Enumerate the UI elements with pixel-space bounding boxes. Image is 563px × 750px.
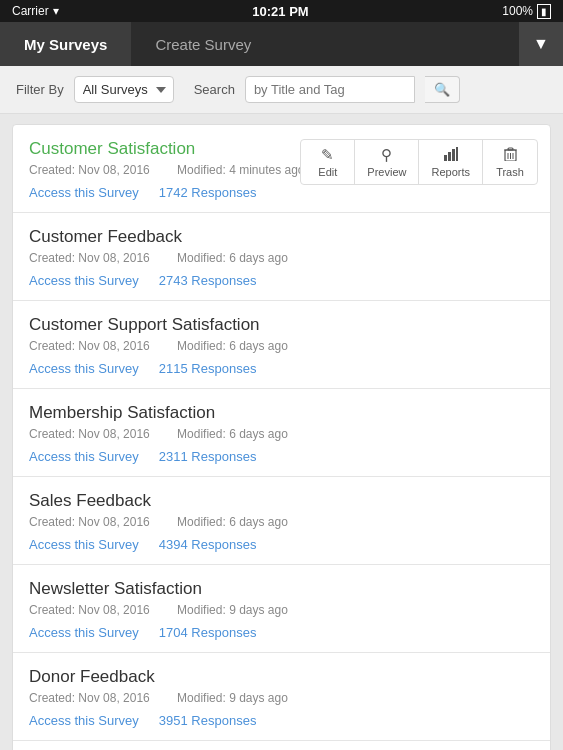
created-label: Created: Nov 08, 2016 — [29, 163, 162, 177]
modified-label: Modified: 9 days ago — [177, 603, 300, 617]
search-icon: 🔍 — [434, 82, 450, 97]
access-survey-link[interactable]: Access this Survey — [29, 713, 139, 728]
list-item: Customer Satisfaction Created: Nov 08, 2… — [13, 125, 550, 213]
survey-meta: Created: Nov 08, 2016 Modified: 6 days a… — [29, 339, 534, 353]
survey-meta: Created: Nov 08, 2016 Modified: 9 days a… — [29, 691, 534, 705]
tab-create-survey[interactable]: Create Survey — [131, 22, 275, 66]
search-label: Search — [194, 82, 235, 97]
survey-title[interactable]: Membership Satisfaction — [29, 403, 534, 423]
battery-icon: ▮ — [537, 4, 551, 19]
modified-label: Modified: 6 days ago — [177, 515, 300, 529]
responses-link[interactable]: 2311 Responses — [159, 449, 257, 464]
created-label: Created: Nov 08, 2016 — [29, 251, 162, 265]
survey-links-row: Access this Survey 1742 Responses — [29, 185, 534, 200]
survey-links-row: Access this Survey 2311 Responses — [29, 449, 534, 464]
tab-my-surveys[interactable]: My Surveys — [0, 22, 131, 66]
preview-button[interactable]: ⚲ Preview — [355, 140, 419, 184]
preview-icon: ⚲ — [381, 146, 392, 164]
survey-title[interactable]: Sales Feedback — [29, 491, 534, 511]
responses-link[interactable]: 2743 Responses — [159, 273, 257, 288]
status-bar: Carrier ▾ 10:21 PM 100% ▮ — [0, 0, 563, 22]
list-item: Customer Voice — [13, 741, 550, 750]
created-label: Created: Nov 08, 2016 — [29, 603, 162, 617]
edit-button[interactable]: ✎ Edit — [301, 140, 355, 184]
trash-label: Trash — [496, 166, 524, 178]
responses-link[interactable]: 4394 Responses — [159, 537, 257, 552]
list-item: Customer Support Satisfaction Created: N… — [13, 301, 550, 389]
survey-title[interactable]: Donor Feedback — [29, 667, 534, 687]
modified-label: Modified: 9 days ago — [177, 691, 300, 705]
list-item: Customer Feedback Created: Nov 08, 2016 … — [13, 213, 550, 301]
responses-link[interactable]: 1704 Responses — [159, 625, 257, 640]
svg-rect-0 — [444, 155, 447, 161]
reports-button[interactable]: Reports — [419, 140, 483, 184]
status-time: 10:21 PM — [252, 4, 308, 19]
modified-label: Modified: 6 days ago — [177, 251, 300, 265]
created-label: Created: Nov 08, 2016 — [29, 691, 162, 705]
survey-meta: Created: Nov 08, 2016 Modified: 9 days a… — [29, 603, 534, 617]
survey-title[interactable]: Newsletter Satisfaction — [29, 579, 534, 599]
created-label: Created: Nov 08, 2016 — [29, 339, 162, 353]
survey-list: Customer Satisfaction Created: Nov 08, 2… — [12, 124, 551, 750]
responses-link[interactable]: 3951 Responses — [159, 713, 257, 728]
status-right: 100% ▮ — [502, 4, 551, 19]
svg-rect-2 — [452, 149, 455, 161]
modified-label: Modified: 6 days ago — [177, 339, 300, 353]
survey-title[interactable]: Customer Support Satisfaction — [29, 315, 534, 335]
battery-label: 100% — [502, 4, 533, 18]
access-survey-link[interactable]: Access this Survey — [29, 361, 139, 376]
action-buttons-panel: ✎ Edit ⚲ Preview Reports — [300, 139, 538, 185]
access-survey-link[interactable]: Access this Survey — [29, 537, 139, 552]
reports-label: Reports — [431, 166, 470, 178]
edit-label: Edit — [318, 166, 337, 178]
access-survey-link[interactable]: Access this Survey — [29, 449, 139, 464]
modified-label: Modified: 4 minutes ago — [177, 163, 316, 177]
access-survey-link[interactable]: Access this Survey — [29, 185, 139, 200]
preview-label: Preview — [367, 166, 406, 178]
edit-icon: ✎ — [321, 146, 334, 164]
survey-links-row: Access this Survey 1704 Responses — [29, 625, 534, 640]
survey-meta: Created: Nov 08, 2016 Modified: 6 days a… — [29, 251, 534, 265]
responses-link[interactable]: 2115 Responses — [159, 361, 257, 376]
created-label: Created: Nov 08, 2016 — [29, 515, 162, 529]
responses-link[interactable]: 1742 Responses — [159, 185, 257, 200]
survey-links-row: Access this Survey 2743 Responses — [29, 273, 534, 288]
survey-links-row: Access this Survey 2115 Responses — [29, 361, 534, 376]
access-survey-link[interactable]: Access this Survey — [29, 625, 139, 640]
reports-icon — [444, 147, 458, 164]
survey-title[interactable]: Customer Feedback — [29, 227, 534, 247]
search-input[interactable] — [245, 76, 415, 103]
access-survey-link[interactable]: Access this Survey — [29, 273, 139, 288]
filter-bar: Filter By All Surveys Search 🔍 — [0, 66, 563, 114]
survey-meta: Created: Nov 08, 2016 Modified: 6 days a… — [29, 427, 534, 441]
filter-by-label: Filter By — [16, 82, 64, 97]
list-item: Sales Feedback Created: Nov 08, 2016 Mod… — [13, 477, 550, 565]
nav-dropdown-button[interactable]: ▼ — [519, 22, 563, 66]
top-nav: My Surveys Create Survey ▼ — [0, 22, 563, 66]
list-item: Membership Satisfaction Created: Nov 08,… — [13, 389, 550, 477]
filter-select[interactable]: All Surveys — [74, 76, 174, 103]
trash-icon — [504, 147, 517, 164]
status-left: Carrier ▾ — [12, 4, 59, 18]
carrier-label: Carrier — [12, 4, 49, 18]
svg-rect-3 — [456, 147, 458, 161]
list-item: Donor Feedback Created: Nov 08, 2016 Mod… — [13, 653, 550, 741]
list-item: Newsletter Satisfaction Created: Nov 08,… — [13, 565, 550, 653]
survey-links-row: Access this Survey 4394 Responses — [29, 537, 534, 552]
created-label: Created: Nov 08, 2016 — [29, 427, 162, 441]
survey-links-row: Access this Survey 3951 Responses — [29, 713, 534, 728]
wifi-icon: ▾ — [53, 4, 59, 18]
search-button[interactable]: 🔍 — [425, 76, 460, 103]
trash-button[interactable]: Trash — [483, 140, 537, 184]
modified-label: Modified: 6 days ago — [177, 427, 300, 441]
svg-rect-1 — [448, 152, 451, 161]
survey-meta: Created: Nov 08, 2016 Modified: 6 days a… — [29, 515, 534, 529]
